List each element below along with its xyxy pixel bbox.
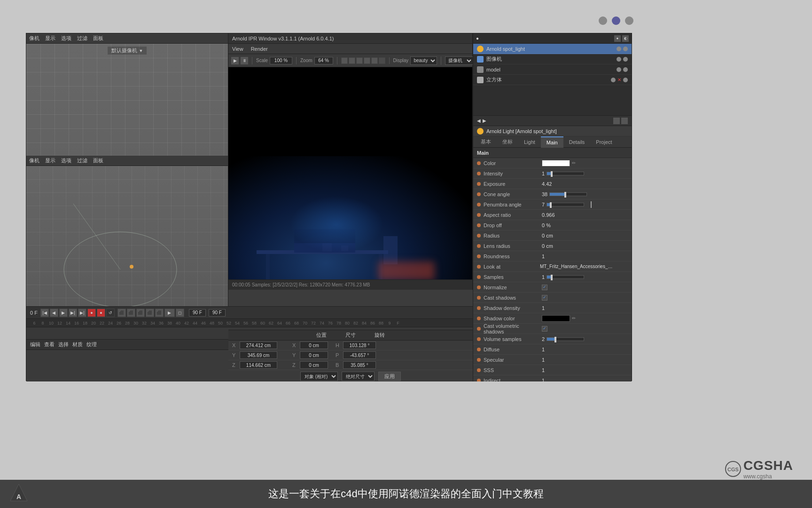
dot-2[interactable] bbox=[612, 16, 620, 25]
display-btn-6[interactable] bbox=[379, 57, 385, 64]
editor-menu-edit[interactable]: 编辑 bbox=[30, 341, 40, 348]
display-btn-1[interactable] bbox=[341, 57, 348, 64]
tl-btn-5[interactable]: ⬛ bbox=[155, 309, 164, 317]
menu-options-b[interactable]: 选项 bbox=[61, 157, 71, 164]
obj-item-model[interactable]: model bbox=[473, 64, 632, 75]
obj-item-cube[interactable]: 立方体 ✕ bbox=[473, 75, 632, 85]
transform-size-z[interactable] bbox=[300, 361, 328, 369]
obj-item-camera[interactable]: 图像机 bbox=[473, 54, 632, 64]
obj-x-icon[interactable]: ✕ bbox=[617, 77, 621, 82]
obj-name-spotlight: Arnold spot_light bbox=[486, 46, 525, 52]
frame-end-input[interactable] bbox=[209, 309, 226, 317]
menu-display[interactable]: 显示 bbox=[45, 35, 55, 42]
tab-basic[interactable]: 基本 bbox=[475, 136, 497, 148]
transform-rot-p[interactable] bbox=[343, 351, 376, 359]
camera-select[interactable]: 摄像机 bbox=[445, 56, 473, 65]
prop-indirect: Indirect 1 bbox=[473, 375, 632, 381]
zoom-input[interactable] bbox=[314, 57, 333, 64]
tick-42: 42 bbox=[182, 321, 191, 325]
tab-light[interactable]: Light bbox=[518, 136, 541, 148]
props-icon-2[interactable] bbox=[621, 118, 628, 124]
ipr-display-section: Display beauty bbox=[393, 56, 442, 65]
checkbox-normalize[interactable] bbox=[542, 285, 547, 290]
props-back[interactable]: ◀ bbox=[477, 118, 481, 123]
transport-record[interactable]: ● bbox=[87, 309, 96, 317]
props-icon-1[interactable] bbox=[613, 118, 620, 124]
editor-menu-select[interactable]: 选择 bbox=[58, 341, 69, 348]
menu-camera-b[interactable]: 像机 bbox=[29, 157, 39, 164]
display-btn-3[interactable] bbox=[356, 57, 363, 64]
transform-pos-z[interactable] bbox=[240, 361, 277, 369]
editor-menu-view[interactable]: 查看 bbox=[44, 341, 55, 348]
transform-pos-x[interactable] bbox=[240, 341, 277, 349]
menu-options[interactable]: 选项 bbox=[61, 35, 71, 42]
transform-mode-select[interactable]: 对象 (相对) bbox=[300, 372, 338, 381]
slider-cone[interactable] bbox=[549, 192, 587, 196]
menu-render[interactable]: Render bbox=[251, 46, 268, 52]
transform-size-x[interactable] bbox=[300, 341, 328, 349]
transform-rot-h[interactable] bbox=[343, 341, 376, 349]
obj-list-controls: ● ◐ bbox=[614, 35, 629, 42]
tab-coord[interactable]: 坐标 bbox=[497, 136, 518, 148]
transport-start[interactable]: |◀ bbox=[40, 309, 49, 317]
display-btn-4[interactable] bbox=[364, 57, 370, 64]
zoom-label: Zoom bbox=[300, 58, 312, 63]
pencil-icon-color[interactable]: ✏ bbox=[572, 160, 578, 166]
menu-filter[interactable]: 过滤 bbox=[77, 35, 87, 42]
obj-dot-1a bbox=[617, 57, 621, 62]
editor-menu-material[interactable]: 材质 bbox=[72, 341, 83, 348]
editor-menu-texture[interactable]: 纹理 bbox=[86, 341, 97, 348]
menu-panel[interactable]: 面板 bbox=[93, 35, 103, 42]
menu-filter-b[interactable]: 过滤 bbox=[77, 157, 87, 164]
dot-3[interactable] bbox=[625, 16, 633, 25]
frame-current-input[interactable] bbox=[189, 309, 206, 317]
display-btn-5[interactable] bbox=[371, 57, 378, 64]
slider-intensity[interactable] bbox=[547, 172, 584, 175]
tab-main[interactable]: Main bbox=[541, 136, 563, 148]
menu-display-b[interactable]: 显示 bbox=[45, 157, 55, 164]
apply-button[interactable]: 应用 bbox=[378, 372, 401, 381]
menu-panel-b[interactable]: 面板 bbox=[93, 157, 103, 164]
scale-input[interactable] bbox=[270, 57, 292, 64]
transport-record2[interactable]: ● bbox=[97, 309, 105, 317]
tick-82: 82 bbox=[351, 321, 360, 325]
transform-size-y[interactable] bbox=[300, 351, 328, 359]
obj-item-spotlight[interactable]: Arnold spot_light bbox=[473, 44, 632, 54]
display-select[interactable]: beauty bbox=[410, 56, 437, 65]
transport-play[interactable]: ▶ bbox=[59, 309, 68, 317]
transport-prev[interactable]: ◀ bbox=[50, 309, 58, 317]
tl-btn-4[interactable]: ⬛ bbox=[146, 309, 154, 317]
bottom-scene bbox=[26, 166, 228, 306]
tl-btn-6[interactable]: ▶ bbox=[164, 309, 175, 317]
transform-pos-y[interactable] bbox=[240, 351, 277, 359]
tab-details[interactable]: Details bbox=[563, 136, 591, 148]
menu-camera[interactable]: 像机 bbox=[29, 35, 39, 42]
slider-vol-samples[interactable] bbox=[547, 337, 584, 341]
obj-ctrl-2[interactable]: ◐ bbox=[622, 35, 629, 42]
dot-1[interactable] bbox=[599, 16, 607, 25]
props-forward[interactable]: ▶ bbox=[483, 118, 486, 123]
color-swatch-white[interactable] bbox=[542, 160, 570, 167]
slider-penumbra[interactable] bbox=[547, 203, 584, 206]
display-btn-2[interactable] bbox=[349, 57, 355, 64]
play-stop-btn[interactable]: ▶ bbox=[231, 57, 239, 64]
transport-end[interactable]: ▶| bbox=[78, 309, 86, 317]
transform-size-select[interactable]: 绝对尺寸 bbox=[342, 372, 375, 381]
tl-btn-3[interactable]: ⬛ bbox=[136, 309, 145, 317]
obj-dot-2b bbox=[623, 67, 628, 72]
checkbox-cast-shadows[interactable] bbox=[542, 295, 547, 301]
pencil-icon-shadow[interactable]: ✏ bbox=[572, 316, 578, 321]
transport-loop[interactable]: ↺ bbox=[106, 309, 115, 317]
transform-rot-b[interactable] bbox=[343, 361, 376, 369]
obj-ctrl-1[interactable]: ● bbox=[614, 35, 621, 42]
transport-next[interactable]: ▶| bbox=[69, 309, 77, 317]
menu-view[interactable]: View bbox=[232, 46, 243, 52]
color-swatch-black[interactable] bbox=[542, 315, 570, 322]
tl-btn-2[interactable]: ⬛ bbox=[127, 309, 135, 317]
tl-btn-7[interactable]: ◻ bbox=[176, 309, 184, 317]
tab-project[interactable]: Project bbox=[590, 136, 617, 148]
tl-btn-1[interactable]: ⬛ bbox=[117, 309, 126, 317]
slider-samples[interactable] bbox=[547, 275, 584, 279]
checkbox-vol-shadows[interactable] bbox=[542, 326, 547, 332]
pause-btn[interactable]: ⏸ bbox=[241, 57, 248, 64]
